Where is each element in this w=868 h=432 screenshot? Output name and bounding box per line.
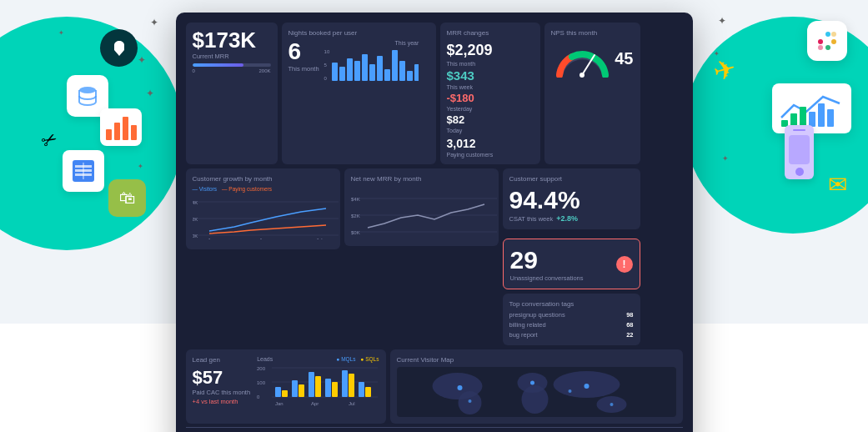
support-csat-change: +2.8% [556,214,578,223]
mobile-phone-icon [785,125,814,179]
nights-y-label-10: 10 [324,49,330,54]
svg-rect-3 [123,117,128,140]
mrr-progress-fill [193,63,243,67]
star-icon-4: ✦ [58,29,64,37]
customer-support-card: Customer support 94.4% CSAT this week +2… [503,168,640,229]
customer-growth-chart: 4K 2K 0K Jan Apr Jul [193,193,339,239]
svg-text:Jul: Jul [349,401,355,406]
nights-bar-chart [331,46,419,81]
nights-y-label-0: 0 [324,76,330,81]
svg-text:4K: 4K [193,200,198,205]
mrr-value: $173K [193,29,271,51]
mrr-yesterday: -$180 [447,92,534,104]
star-icon-5: ✦ [138,163,143,170]
cac-value: $57 [193,367,251,389]
bar-chart-icon [100,108,142,146]
top-section: ✦ ✦ ✦ ✦ ✦ [0,0,868,432]
cac-label: Paid CAC this month [193,389,251,396]
shopify-icon: 🛍 [108,179,146,217]
sql-legend: ● SQLs [361,356,379,362]
support-csat-label: CSAT this week [509,215,554,223]
tag-count-1: 98 [626,311,633,319]
support-title: Customer support [509,175,634,183]
warning-icon: ! [616,256,633,273]
svg-rect-26 [362,54,368,81]
net-mrr-card: Net new MRR by month $4K $2K $0K [344,168,499,246]
star-icon-3: ✦ [146,88,154,99]
lead-gen-chart: 200 100 0 [257,364,378,412]
tag-name-1: presignup questions [509,311,565,319]
tags-title: Top conversation tags [509,300,634,308]
lead-gen-card: Lead gen $57 Paid CAC this month +4 vs l… [186,349,386,424]
svg-text:$4K: $4K [351,197,360,202]
mrr-label: Current MRR [193,53,271,60]
nights-this-year-label: This year [324,40,419,46]
tags-card: Top conversation tags presignup question… [503,294,640,345]
legend-visitors: — Visitors [193,186,218,192]
slack-icon [807,21,847,61]
svg-rect-71 [349,374,354,397]
world-map [397,367,676,417]
svg-rect-33 [414,64,419,81]
svg-rect-28 [377,56,383,81]
tag-count-3: 22 [626,331,633,339]
svg-rect-31 [399,61,405,81]
svg-point-80 [521,385,548,414]
svg-point-85 [584,384,589,389]
visitor-map-title: Current Visitor Map [397,356,676,364]
paying-customers-value: 3,012 [447,137,534,150]
star-icon-1: ✦ [150,17,158,28]
visitor-map-card: Current Visitor Map [390,349,683,424]
star-icon-r3: ✦ [722,154,729,163]
star-icon-r1: ✦ [718,15,726,27]
svg-rect-15 [831,32,836,37]
unassigned-value: 29 [510,246,584,274]
mrr-today: $82 [447,113,534,126]
dashboard-footer: Company Dashboard Powered by Geckoboard … [186,427,683,432]
svg-text:Apr: Apr [311,401,319,406]
svg-rect-10 [818,39,823,44]
nights-booked-value: 6 [288,40,319,63]
support-csat-value: 94.4% [509,186,634,214]
zendesk-icon [100,29,138,67]
svg-rect-20 [818,103,825,127]
svg-point-86 [568,389,571,393]
svg-rect-27 [369,64,375,81]
svg-rect-12 [825,45,830,50]
svg-text:Jul: Jul [316,238,323,239]
svg-rect-22 [332,63,338,81]
svg-rect-29 [384,69,390,81]
svg-rect-65 [299,384,304,397]
mrr-this-month: $2,209 [447,42,534,59]
customer-growth-card: Customer growth by month — Visitors — Pa… [186,168,340,249]
tag-row-2: billing related 68 [509,321,634,329]
mrr-this-month-label: This month [447,61,534,67]
tag-row-1: presignup questions 98 [509,311,634,319]
svg-rect-4 [131,125,137,140]
mrr-progress-max: 200K [258,68,270,73]
svg-point-35 [580,73,585,78]
svg-point-0 [79,87,96,93]
envelope-icon: ✉ [828,171,847,198]
net-mrr-title: Net new MRR by month [351,175,492,183]
svg-rect-64 [292,380,298,397]
paying-customers-label: Paying customers [447,152,534,158]
svg-text:$2K: $2K [351,213,360,219]
unassigned-label: Unassigned conversations [510,274,584,282]
svg-rect-69 [332,382,338,397]
left-decorative-icons: ✦ ✦ ✦ ✦ ✦ [17,8,167,259]
star-icon-2: ✦ [138,54,146,66]
svg-text:100: 100 [257,380,266,385]
svg-rect-70 [342,370,348,397]
lead-gen-title: Lead gen [193,356,251,364]
nights-booked-card: Nights booked per user 6 This month This… [282,23,436,164]
legend-paying: — Paying customers [222,186,272,192]
world-map-svg [397,368,676,416]
svg-text:100: 100 [601,77,611,78]
dashboard-container: $173K Current MRR 0 200K Nights booked p… [176,13,693,432]
svg-rect-14 [818,45,823,50]
mrr-today-label: Today [447,128,534,133]
mrr-this-week: $343 [447,68,534,83]
svg-text:0: 0 [555,77,559,78]
mrr-progress-min: 0 [193,68,195,73]
